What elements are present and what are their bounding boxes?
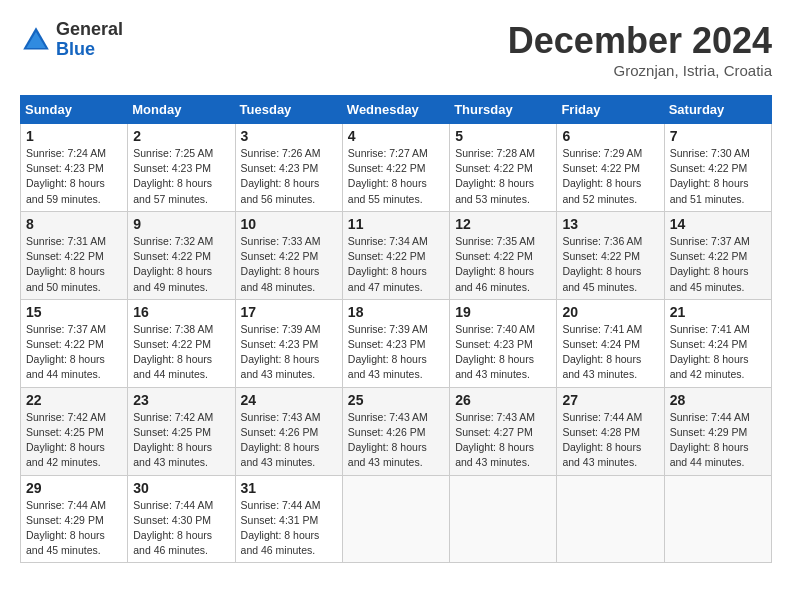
day-cell: 10 Sunrise: 7:33 AM Sunset: 4:22 PM Dayl… <box>235 211 342 299</box>
day-info: Sunrise: 7:37 AM Sunset: 4:22 PM Dayligh… <box>26 322 122 383</box>
day-cell: 18 Sunrise: 7:39 AM Sunset: 4:23 PM Dayl… <box>342 299 449 387</box>
day-info: Sunrise: 7:42 AM Sunset: 4:25 PM Dayligh… <box>133 410 229 471</box>
column-header-monday: Monday <box>128 96 235 124</box>
day-number: 9 <box>133 216 229 232</box>
day-number: 16 <box>133 304 229 320</box>
day-number: 6 <box>562 128 658 144</box>
day-cell <box>664 475 771 563</box>
week-row-5: 29 Sunrise: 7:44 AM Sunset: 4:29 PM Dayl… <box>21 475 772 563</box>
day-number: 5 <box>455 128 551 144</box>
location-subtitle: Groznjan, Istria, Croatia <box>508 62 772 79</box>
day-number: 7 <box>670 128 766 144</box>
day-info: Sunrise: 7:44 AM Sunset: 4:29 PM Dayligh… <box>670 410 766 471</box>
day-cell <box>557 475 664 563</box>
day-number: 19 <box>455 304 551 320</box>
day-cell: 7 Sunrise: 7:30 AM Sunset: 4:22 PM Dayli… <box>664 124 771 212</box>
logo-general: General <box>56 20 123 40</box>
day-info: Sunrise: 7:37 AM Sunset: 4:22 PM Dayligh… <box>670 234 766 295</box>
logo-icon <box>20 24 52 56</box>
day-number: 18 <box>348 304 444 320</box>
day-info: Sunrise: 7:30 AM Sunset: 4:22 PM Dayligh… <box>670 146 766 207</box>
day-info: Sunrise: 7:44 AM Sunset: 4:30 PM Dayligh… <box>133 498 229 559</box>
day-number: 2 <box>133 128 229 144</box>
day-number: 15 <box>26 304 122 320</box>
day-cell: 24 Sunrise: 7:43 AM Sunset: 4:26 PM Dayl… <box>235 387 342 475</box>
day-info: Sunrise: 7:40 AM Sunset: 4:23 PM Dayligh… <box>455 322 551 383</box>
title-block: December 2024 Groznjan, Istria, Croatia <box>508 20 772 79</box>
day-cell: 22 Sunrise: 7:42 AM Sunset: 4:25 PM Dayl… <box>21 387 128 475</box>
day-cell: 13 Sunrise: 7:36 AM Sunset: 4:22 PM Dayl… <box>557 211 664 299</box>
day-info: Sunrise: 7:34 AM Sunset: 4:22 PM Dayligh… <box>348 234 444 295</box>
day-cell: 3 Sunrise: 7:26 AM Sunset: 4:23 PM Dayli… <box>235 124 342 212</box>
day-info: Sunrise: 7:43 AM Sunset: 4:26 PM Dayligh… <box>348 410 444 471</box>
day-number: 10 <box>241 216 337 232</box>
day-cell: 28 Sunrise: 7:44 AM Sunset: 4:29 PM Dayl… <box>664 387 771 475</box>
day-number: 31 <box>241 480 337 496</box>
day-number: 24 <box>241 392 337 408</box>
page-header: General Blue December 2024 Groznjan, Ist… <box>20 20 772 79</box>
day-info: Sunrise: 7:28 AM Sunset: 4:22 PM Dayligh… <box>455 146 551 207</box>
day-info: Sunrise: 7:27 AM Sunset: 4:22 PM Dayligh… <box>348 146 444 207</box>
day-cell: 25 Sunrise: 7:43 AM Sunset: 4:26 PM Dayl… <box>342 387 449 475</box>
day-number: 25 <box>348 392 444 408</box>
day-info: Sunrise: 7:42 AM Sunset: 4:25 PM Dayligh… <box>26 410 122 471</box>
day-number: 29 <box>26 480 122 496</box>
day-cell: 17 Sunrise: 7:39 AM Sunset: 4:23 PM Dayl… <box>235 299 342 387</box>
day-cell: 31 Sunrise: 7:44 AM Sunset: 4:31 PM Dayl… <box>235 475 342 563</box>
calendar-header-row: SundayMondayTuesdayWednesdayThursdayFrid… <box>21 96 772 124</box>
calendar-table: SundayMondayTuesdayWednesdayThursdayFrid… <box>20 95 772 563</box>
day-cell: 11 Sunrise: 7:34 AM Sunset: 4:22 PM Dayl… <box>342 211 449 299</box>
day-info: Sunrise: 7:44 AM Sunset: 4:28 PM Dayligh… <box>562 410 658 471</box>
day-number: 23 <box>133 392 229 408</box>
day-info: Sunrise: 7:24 AM Sunset: 4:23 PM Dayligh… <box>26 146 122 207</box>
day-number: 11 <box>348 216 444 232</box>
day-cell: 5 Sunrise: 7:28 AM Sunset: 4:22 PM Dayli… <box>450 124 557 212</box>
day-cell <box>342 475 449 563</box>
day-info: Sunrise: 7:25 AM Sunset: 4:23 PM Dayligh… <box>133 146 229 207</box>
day-number: 20 <box>562 304 658 320</box>
day-cell: 12 Sunrise: 7:35 AM Sunset: 4:22 PM Dayl… <box>450 211 557 299</box>
day-info: Sunrise: 7:39 AM Sunset: 4:23 PM Dayligh… <box>241 322 337 383</box>
day-info: Sunrise: 7:33 AM Sunset: 4:22 PM Dayligh… <box>241 234 337 295</box>
week-row-3: 15 Sunrise: 7:37 AM Sunset: 4:22 PM Dayl… <box>21 299 772 387</box>
logo-blue: Blue <box>56 40 123 60</box>
column-header-thursday: Thursday <box>450 96 557 124</box>
day-info: Sunrise: 7:44 AM Sunset: 4:31 PM Dayligh… <box>241 498 337 559</box>
month-title: December 2024 <box>508 20 772 62</box>
day-number: 22 <box>26 392 122 408</box>
day-cell: 9 Sunrise: 7:32 AM Sunset: 4:22 PM Dayli… <box>128 211 235 299</box>
day-number: 1 <box>26 128 122 144</box>
day-info: Sunrise: 7:39 AM Sunset: 4:23 PM Dayligh… <box>348 322 444 383</box>
day-cell <box>450 475 557 563</box>
day-info: Sunrise: 7:43 AM Sunset: 4:27 PM Dayligh… <box>455 410 551 471</box>
day-info: Sunrise: 7:29 AM Sunset: 4:22 PM Dayligh… <box>562 146 658 207</box>
day-info: Sunrise: 7:41 AM Sunset: 4:24 PM Dayligh… <box>562 322 658 383</box>
week-row-1: 1 Sunrise: 7:24 AM Sunset: 4:23 PM Dayli… <box>21 124 772 212</box>
day-number: 3 <box>241 128 337 144</box>
day-number: 8 <box>26 216 122 232</box>
day-number: 26 <box>455 392 551 408</box>
week-row-4: 22 Sunrise: 7:42 AM Sunset: 4:25 PM Dayl… <box>21 387 772 475</box>
column-header-wednesday: Wednesday <box>342 96 449 124</box>
day-cell: 21 Sunrise: 7:41 AM Sunset: 4:24 PM Dayl… <box>664 299 771 387</box>
day-cell: 30 Sunrise: 7:44 AM Sunset: 4:30 PM Dayl… <box>128 475 235 563</box>
column-header-sunday: Sunday <box>21 96 128 124</box>
day-number: 14 <box>670 216 766 232</box>
day-cell: 20 Sunrise: 7:41 AM Sunset: 4:24 PM Dayl… <box>557 299 664 387</box>
column-header-saturday: Saturday <box>664 96 771 124</box>
column-header-friday: Friday <box>557 96 664 124</box>
logo: General Blue <box>20 20 123 60</box>
day-number: 27 <box>562 392 658 408</box>
day-cell: 19 Sunrise: 7:40 AM Sunset: 4:23 PM Dayl… <box>450 299 557 387</box>
day-number: 17 <box>241 304 337 320</box>
day-cell: 23 Sunrise: 7:42 AM Sunset: 4:25 PM Dayl… <box>128 387 235 475</box>
day-info: Sunrise: 7:38 AM Sunset: 4:22 PM Dayligh… <box>133 322 229 383</box>
day-info: Sunrise: 7:35 AM Sunset: 4:22 PM Dayligh… <box>455 234 551 295</box>
day-number: 30 <box>133 480 229 496</box>
day-info: Sunrise: 7:26 AM Sunset: 4:23 PM Dayligh… <box>241 146 337 207</box>
day-info: Sunrise: 7:32 AM Sunset: 4:22 PM Dayligh… <box>133 234 229 295</box>
column-header-tuesday: Tuesday <box>235 96 342 124</box>
logo-text: General Blue <box>56 20 123 60</box>
day-number: 4 <box>348 128 444 144</box>
day-info: Sunrise: 7:41 AM Sunset: 4:24 PM Dayligh… <box>670 322 766 383</box>
